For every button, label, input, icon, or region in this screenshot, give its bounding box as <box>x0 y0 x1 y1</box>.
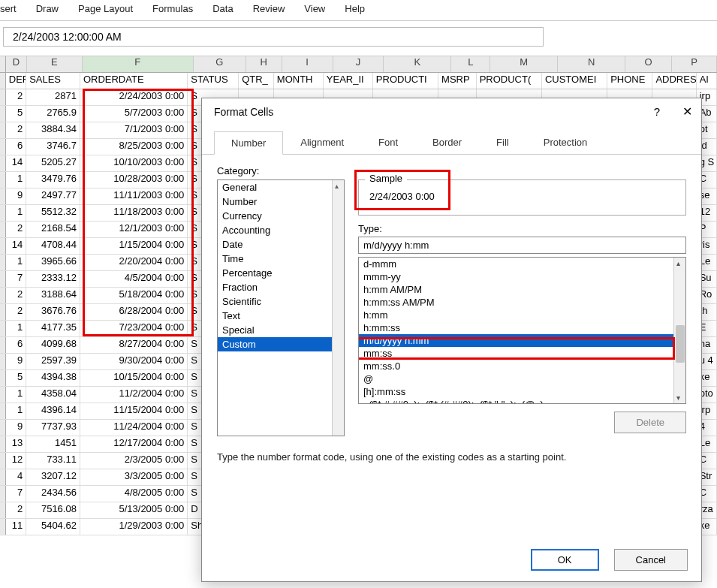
category-item-accounting[interactable]: Accounting <box>218 223 344 237</box>
cell[interactable]: 6/28/2004 0:00 <box>80 304 188 320</box>
type-item[interactable]: mm:ss <box>359 347 685 360</box>
header-cell[interactable]: PRODUCT( <box>477 73 542 89</box>
type-item[interactable]: m/d/yyyy h:mm <box>359 334 685 347</box>
cell[interactable]: 2497.77 <box>26 188 80 204</box>
column-header-I[interactable]: I <box>282 56 333 72</box>
cell[interactable]: 2/24/2003 0:00 <box>80 89 188 105</box>
cell[interactable]: 5/18/2004 0:00 <box>80 288 188 303</box>
column-header-H[interactable]: H <box>246 56 282 72</box>
cell[interactable]: 4358.04 <box>26 387 80 403</box>
cell[interactable]: 3/3/2005 0:00 <box>80 469 188 485</box>
tab-protection[interactable]: Protection <box>526 131 605 154</box>
row-header[interactable] <box>0 106 6 122</box>
row-header[interactable] <box>0 205 6 221</box>
cell[interactable]: 5404.62 <box>26 519 80 535</box>
formula-bar[interactable]: 2/24/2003 12:00:00 AM <box>3 27 544 47</box>
row-header[interactable] <box>0 486 6 502</box>
close-icon[interactable]: ✕ <box>682 104 692 119</box>
menu-view[interactable]: View <box>304 3 325 14</box>
column-header-P[interactable]: P <box>672 56 717 72</box>
cell[interactable]: 2/20/2004 0:00 <box>80 255 188 270</box>
cell[interactable]: 11 <box>6 519 26 535</box>
header-cell[interactable]: PRODUCTI <box>373 73 438 89</box>
cell[interactable]: 3479.76 <box>26 172 80 188</box>
header-cell[interactable]: MONTH <box>274 73 324 89</box>
cell[interactable]: 5/7/2003 0:00 <box>80 106 188 122</box>
cell[interactable]: 1 <box>6 321 26 336</box>
cell[interactable]: 1 <box>6 172 26 188</box>
cell[interactable]: 3676.76 <box>26 304 80 320</box>
row-header[interactable] <box>0 502 6 518</box>
cell[interactable]: 8/25/2003 0:00 <box>80 139 188 155</box>
help-icon[interactable]: ? <box>654 105 660 118</box>
cell[interactable]: 9 <box>6 188 26 204</box>
cell[interactable]: 5512.32 <box>26 205 80 221</box>
cell[interactable]: 12/1/2003 0:00 <box>80 222 188 237</box>
cell[interactable]: 2 <box>6 122 26 138</box>
menu-draw[interactable]: Draw <box>36 3 59 14</box>
cell[interactable]: 7/1/2003 0:00 <box>80 122 188 138</box>
tab-border[interactable]: Border <box>415 131 479 154</box>
tab-number[interactable]: Number <box>214 131 283 155</box>
row-header[interactable] <box>0 436 6 452</box>
type-item[interactable]: _($* #,##0_);_($* (#,##0);_($* "-"_);_(@… <box>359 398 685 404</box>
header-cell[interactable]: DER <box>6 73 26 89</box>
cell[interactable]: 6 <box>6 337 26 353</box>
row-header[interactable] <box>0 519 6 535</box>
category-scrollbar[interactable]: ▴ <box>332 180 344 436</box>
menu-help[interactable]: Help <box>345 3 365 14</box>
cell[interactable]: 5 <box>6 106 26 122</box>
cell[interactable]: 2333.12 <box>26 271 80 287</box>
cell[interactable]: 2765.9 <box>26 106 80 122</box>
cell[interactable]: 1 <box>6 205 26 221</box>
cell[interactable]: 14 <box>6 238 26 254</box>
menu-page-layout[interactable]: Page Layout <box>78 3 133 14</box>
cell[interactable]: 2871 <box>26 89 80 105</box>
category-item-scientific[interactable]: Scientific <box>218 294 344 309</box>
type-item[interactable]: @ <box>359 372 685 385</box>
cell[interactable]: 10/28/2003 0:00 <box>80 172 188 188</box>
cell[interactable]: 5/13/2005 0:00 <box>80 502 188 518</box>
category-item-time[interactable]: Time <box>218 252 344 266</box>
row-header[interactable] <box>0 387 6 403</box>
cell[interactable]: 7 <box>6 271 26 287</box>
cell[interactable]: 8/27/2004 0:00 <box>80 337 188 353</box>
row-header[interactable] <box>0 420 6 436</box>
category-item-date[interactable]: Date <box>218 237 344 252</box>
column-header-N[interactable]: N <box>558 56 625 72</box>
row-header[interactable] <box>0 321 6 336</box>
header-cell[interactable]: MSRP <box>438 73 477 89</box>
type-input[interactable] <box>358 237 686 254</box>
cell[interactable]: 4 <box>6 469 26 485</box>
cell[interactable]: 1/29/2003 0:00 <box>80 519 188 535</box>
cell[interactable]: 7/23/2004 0:00 <box>80 321 188 336</box>
category-item-number[interactable]: Number <box>218 194 344 209</box>
cell[interactable]: 11/18/2003 0:00 <box>80 205 188 221</box>
cell[interactable]: 12 <box>6 453 26 469</box>
header-cell[interactable]: SALES <box>26 73 80 89</box>
header-cell[interactable]: CUSTOMEI <box>542 73 607 89</box>
category-item-custom[interactable]: Custom <box>218 337 344 351</box>
cell[interactable]: 2168.54 <box>26 222 80 237</box>
type-item[interactable]: h:mm:ss AM/PM <box>359 296 685 309</box>
cell[interactable]: 4099.68 <box>26 337 80 353</box>
row-header[interactable] <box>0 122 6 138</box>
row-header[interactable] <box>0 222 6 237</box>
type-listbox[interactable]: d-mmmmmm-yyh:mm AM/PMh:mm:ss AM/PMh:mmh:… <box>358 257 686 404</box>
row-header[interactable] <box>0 255 6 270</box>
row-header[interactable] <box>0 370 6 386</box>
header-cell[interactable]: STATUS <box>188 73 239 89</box>
cell[interactable]: 7737.93 <box>26 420 80 436</box>
cell[interactable]: 11/11/2003 0:00 <box>80 188 188 204</box>
cell[interactable]: 2434.56 <box>26 486 80 502</box>
cell[interactable]: 12/17/2004 0:00 <box>80 436 188 452</box>
category-item-fraction[interactable]: Fraction <box>218 280 344 294</box>
category-item-special[interactable]: Special <box>218 323 344 337</box>
menu-data[interactable]: Data <box>212 3 233 14</box>
cell[interactable]: 9/30/2004 0:00 <box>80 354 188 369</box>
corner-cell[interactable] <box>0 56 6 72</box>
cell[interactable]: 9 <box>6 354 26 369</box>
tab-font[interactable]: Font <box>361 131 415 154</box>
row-header[interactable] <box>0 188 6 204</box>
header-cell[interactable]: AI <box>697 73 717 89</box>
